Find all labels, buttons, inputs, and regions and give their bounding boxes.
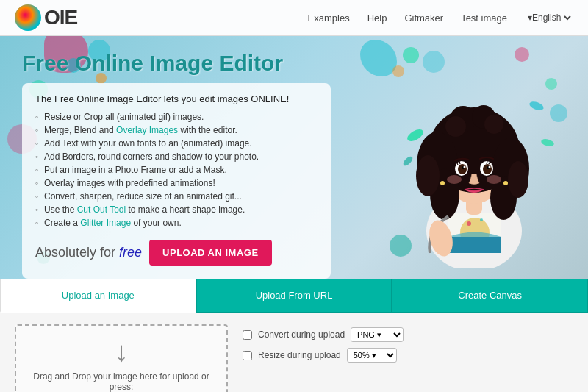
language-select[interactable]: ▾English bbox=[525, 12, 573, 24]
svg-point-2 bbox=[545, 78, 557, 90]
free-row: Absolutely for free UPLOAD AN IMAGE bbox=[35, 240, 318, 266]
svg-point-36 bbox=[402, 155, 415, 168]
svg-point-29 bbox=[447, 175, 462, 184]
svg-point-15 bbox=[416, 155, 440, 196]
svg-point-30 bbox=[487, 175, 501, 184]
feature-item: Add Borders, round corners and shadow to… bbox=[35, 150, 318, 163]
svg-point-27 bbox=[464, 166, 466, 168]
logo-text: OIE bbox=[44, 6, 77, 29]
hero-title: Free Online Image Editor bbox=[22, 51, 360, 76]
free-word: free bbox=[119, 245, 142, 260]
glitter-image-link[interactable]: Glitter Image bbox=[80, 218, 131, 228]
svg-point-28 bbox=[489, 166, 491, 168]
svg-point-1 bbox=[514, 47, 529, 62]
convert-label: Convert during upload bbox=[258, 329, 345, 340]
hero-card: The Free Online Image Editor lets you ed… bbox=[22, 83, 331, 279]
upload-image-hero-button[interactable]: UPLOAD AN IMAGE bbox=[149, 240, 272, 266]
tab-canvas[interactable]: Create Canvas bbox=[392, 279, 588, 313]
nav-links: Examples Help Gifmaker Test image ▾Engli… bbox=[308, 12, 573, 24]
resize-checkbox[interactable] bbox=[243, 351, 252, 360]
cut-out-link[interactable]: Cut Out Tool bbox=[77, 204, 126, 215]
svg-point-32 bbox=[503, 181, 508, 185]
feature-item: Put an image in a Photo Frame or add a M… bbox=[35, 163, 318, 177]
logo-area: OIE bbox=[15, 4, 77, 31]
svg-rect-7 bbox=[448, 237, 501, 253]
svg-point-34 bbox=[406, 127, 426, 143]
resize-option-row: Resize during upload 50% ▾ 25% ▾ 75% ▾ 1… bbox=[243, 348, 404, 363]
feature-item: Use the Cut Out Tool to make a heart sha… bbox=[35, 203, 318, 216]
navbar: OIE Examples Help Gifmaker Test image ▾E… bbox=[0, 0, 588, 36]
nav-gifmaker[interactable]: Gifmaker bbox=[404, 13, 443, 24]
feature-item: Convert, sharpen, reduce size of an anim… bbox=[35, 190, 318, 203]
svg-point-0 bbox=[423, 51, 445, 73]
nav-examples[interactable]: Examples bbox=[308, 13, 350, 24]
svg-point-31 bbox=[440, 181, 445, 185]
convert-format-select[interactable]: PNG ▾ JPG ▾ GIF ▾ WEBP ▾ bbox=[351, 327, 404, 342]
overlay-images-link[interactable]: Overlay Images bbox=[116, 125, 178, 135]
svg-point-19 bbox=[445, 116, 466, 137]
svg-point-39 bbox=[480, 218, 483, 221]
drop-text: Drag and Drop your image here for upload… bbox=[28, 371, 215, 392]
hero-content: Free Online Image Editor The Free Online… bbox=[0, 51, 588, 279]
svg-point-23 bbox=[458, 164, 467, 174]
tab-url[interactable]: Upload From URL bbox=[196, 279, 392, 313]
main-area: ↓ Drag and Drop your image here for uplo… bbox=[0, 313, 588, 392]
feature-list: Resize or Crop all (animated gif) images… bbox=[35, 110, 318, 229]
nav-test-image[interactable]: Test image bbox=[461, 13, 507, 24]
upload-drop-zone[interactable]: ↓ Drag and Drop your image here for uplo… bbox=[15, 324, 228, 392]
drop-arrow-icon: ↓ bbox=[115, 338, 129, 366]
hero-right bbox=[360, 51, 566, 279]
svg-point-35 bbox=[528, 100, 545, 112]
svg-point-38 bbox=[467, 221, 471, 226]
svg-point-24 bbox=[483, 164, 492, 174]
logo-icon bbox=[15, 4, 41, 31]
resize-percent-select[interactable]: 50% ▾ 25% ▾ 75% ▾ 100% ▾ bbox=[347, 348, 397, 363]
free-label: Absolutely for free bbox=[35, 245, 142, 260]
convert-option-row: Convert during upload PNG ▾ JPG ▾ GIF ▾ … bbox=[243, 327, 404, 342]
svg-point-3 bbox=[550, 104, 567, 122]
nav-help[interactable]: Help bbox=[368, 13, 387, 24]
svg-point-20 bbox=[484, 115, 503, 134]
tabs-bar: Upload an Image Upload From URL Create C… bbox=[0, 279, 588, 313]
feature-item: Merge, Blend and Overlay Images with the… bbox=[35, 124, 318, 137]
hero-section: Free Online Image Editor The Free Online… bbox=[0, 36, 588, 279]
options-panel: Convert during upload PNG ▾ JPG ▾ GIF ▾ … bbox=[243, 324, 404, 392]
girl-illustration bbox=[375, 40, 573, 268]
convert-checkbox[interactable] bbox=[243, 330, 252, 340]
svg-point-37 bbox=[540, 138, 555, 147]
resize-label: Resize during upload bbox=[258, 350, 341, 360]
feature-item: Create a Glitter Image of your own. bbox=[35, 216, 318, 229]
svg-point-16 bbox=[508, 161, 528, 198]
feature-item: Add Text with your own fonts to an (anim… bbox=[35, 137, 318, 150]
hero-intro: The Free Online Image Editor lets you ed… bbox=[35, 93, 318, 104]
hero-left: Free Online Image Editor The Free Online… bbox=[22, 51, 360, 279]
tab-upload[interactable]: Upload an Image bbox=[0, 279, 196, 313]
feature-item: Overlay images with predefined animation… bbox=[35, 177, 318, 190]
feature-item: Resize or Crop all (animated gif) images… bbox=[35, 110, 318, 124]
